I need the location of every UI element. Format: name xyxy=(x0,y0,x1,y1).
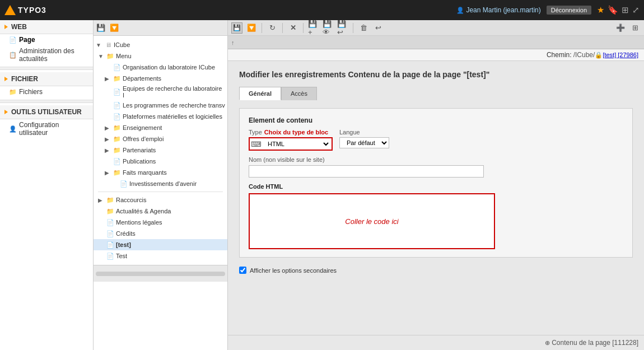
topbar-right: 👤 Jean Martin (jean.martin) Déconnexion … xyxy=(456,5,640,15)
form-card: Element de contenu Type Choix du type de… xyxy=(239,108,633,258)
plateformes-page-icon: 📄 xyxy=(113,112,122,121)
tree-node-investissements-label: Investissements d'avenir xyxy=(129,180,197,187)
tree-node-mentions[interactable]: 📄 Mentions légales xyxy=(94,217,227,228)
sidebar-item-page[interactable]: 📄 Page xyxy=(0,34,93,45)
section-web-label: WEB xyxy=(11,23,27,31)
tree-save-icon[interactable]: 💾 xyxy=(96,23,106,33)
filter-tool-icon[interactable]: 🔽 xyxy=(246,22,257,34)
menu-toggle[interactable]: ▼ xyxy=(98,53,105,59)
tree-node-equipes[interactable]: 📄 Equipes de recherche du laboratoire I xyxy=(94,84,227,100)
sub-toolbar-icon[interactable]: ↑ xyxy=(231,39,235,46)
equipes-page-icon: 📄 xyxy=(113,87,122,96)
tree-toolbar: 💾 🔽 xyxy=(94,20,227,36)
tree-node-test[interactable]: 📄 [test] xyxy=(94,239,227,250)
tree-node-credits[interactable]: 📄 Crédits xyxy=(94,228,227,239)
modules-icon[interactable]: ⊞ xyxy=(622,5,629,15)
type-select[interactable]: HTML xyxy=(263,139,330,149)
tab-general[interactable]: Général xyxy=(239,87,281,100)
raccourcis-folder-icon: 📁 xyxy=(106,195,115,204)
save-close-icon[interactable]: 💾↩ xyxy=(337,22,348,34)
tree-node-actualites-label: Actualités & Agenda xyxy=(116,208,171,214)
logo-area: TYPO3 xyxy=(4,5,46,15)
fullscreen-icon[interactable]: ⤢ xyxy=(632,5,640,15)
web-expand-icon[interactable] xyxy=(4,25,8,29)
tree-node-raccourcis-label: Raccourcis xyxy=(116,197,146,203)
tree-node-publications[interactable]: 📄 Publications xyxy=(94,156,227,167)
form-title: Modifier les enregistrements Contenu de … xyxy=(239,70,633,79)
html-code-box[interactable]: Coller le code ici xyxy=(249,193,495,249)
partenariats-toggle[interactable]: ▶ xyxy=(105,147,111,153)
section-web: WEB xyxy=(0,20,93,34)
nom-field-group: Nom (non visible sur le site) xyxy=(249,156,623,178)
type-lang-row: Type Choix du type de bloc ⌨ HTML Langue xyxy=(249,129,623,151)
reload-icon[interactable]: ↻ xyxy=(267,22,278,34)
save-view-icon[interactable]: 💾👁 xyxy=(323,22,334,34)
tree-node-raccourcis[interactable]: ▶ 📁 Raccourcis xyxy=(94,194,227,206)
tree-node-enseign[interactable]: ▶ 📁 Enseignement xyxy=(94,122,227,133)
faits-toggle[interactable]: ▶ xyxy=(105,170,111,176)
sidebar-item-config-user-label: Configuration utilisateur xyxy=(19,121,88,137)
org-page-icon: 📄 xyxy=(113,63,122,72)
close-icon[interactable]: ✕ xyxy=(287,22,298,34)
test2-page-icon: 📄 xyxy=(106,251,115,260)
tree-node-dept-label: Départements xyxy=(123,75,161,82)
icube-toggle[interactable]: ▼ xyxy=(96,42,102,48)
section-fichier-label: FICHIER xyxy=(11,75,38,83)
tree-node-offres-label: Offres d'emploi xyxy=(123,136,164,142)
credits-toggle xyxy=(98,231,105,237)
grid-icon-top-right[interactable]: ⊞ xyxy=(629,22,641,34)
undo-icon[interactable]: ↩ xyxy=(372,22,384,34)
tree-node-offres[interactable]: ▶ 📁 Offres d'emploi xyxy=(94,133,227,144)
sidebar-item-admin-news[interactable]: 📋 Administration des actualités xyxy=(0,45,93,64)
tree-node-icube[interactable]: ▼ 🖥 ICube xyxy=(94,39,227,50)
offres-toggle[interactable]: ▶ xyxy=(105,136,111,142)
sidebar-item-admin-news-label: Administration des actualités xyxy=(19,47,88,63)
tree-filter-icon[interactable]: 🔽 xyxy=(109,23,119,33)
test2-toggle xyxy=(98,253,105,259)
admin-news-icon: 📋 xyxy=(9,52,17,59)
tab-acces[interactable]: Accès xyxy=(281,87,317,100)
toolbar-separator-4 xyxy=(353,23,353,33)
sidebar-item-fichiers[interactable]: 📁 Fichiers xyxy=(0,86,93,97)
dept-toggle[interactable]: ▶ xyxy=(105,76,111,82)
outils-expand-icon[interactable] xyxy=(4,110,8,114)
bookmark-icon[interactable]: 🔖 xyxy=(608,5,618,15)
raccourcis-toggle[interactable]: ▶ xyxy=(98,197,105,203)
topbar: TYPO3 👤 Jean Martin (jean.martin) Déconn… xyxy=(0,0,644,20)
tree-node-programmes[interactable]: 📄 Les programmes de recherche transv xyxy=(94,100,227,111)
favorites-icon[interactable]: ★ xyxy=(597,5,604,15)
tree-node-org[interactable]: 📄 Organisation du laboratoire ICube xyxy=(94,62,227,73)
secondary-options-checkbox[interactable] xyxy=(239,267,246,274)
typo3-triangle-icon xyxy=(4,5,16,15)
tree-node-partenariats[interactable]: ▶ 📁 Partenariats xyxy=(94,144,227,156)
form-tabs: Général Accès xyxy=(239,87,633,100)
enseign-toggle[interactable]: ▶ xyxy=(105,125,111,131)
fichier-expand-icon[interactable] xyxy=(4,77,8,81)
save-button[interactable]: 💾 xyxy=(231,22,242,34)
nom-input[interactable] xyxy=(249,165,484,178)
tree-node-investissements[interactable]: 📄 Investissements d'avenir xyxy=(94,178,227,189)
breadcrumb-link[interactable]: [test] [27986] xyxy=(603,52,638,58)
tree-node-test2[interactable]: 📄 Test xyxy=(94,250,227,262)
programmes-toggle xyxy=(105,102,111,109)
lang-select[interactable]: Par défaut xyxy=(339,137,389,148)
html-code-section: Code HTML Coller le code ici xyxy=(249,183,623,249)
faits-folder-icon: 📁 xyxy=(113,168,122,177)
sidebar-item-config-user[interactable]: 👤 Configuration utilisateur xyxy=(0,119,93,138)
partenariats-folder-icon: 📁 xyxy=(113,146,122,155)
breadcrumb-icon: 🔒 xyxy=(595,52,603,58)
logout-button[interactable]: Déconnexion xyxy=(547,6,591,15)
delete-icon[interactable]: 🗑 xyxy=(358,22,369,34)
tree-node-plateformes[interactable]: 📄 Plateformes matérielles et logicielles xyxy=(94,111,227,122)
toolbar-separator-3 xyxy=(303,23,304,33)
tree-node-faits[interactable]: ▶ 📁 Faits marquants xyxy=(94,167,227,178)
lang-label: Langue xyxy=(339,129,389,136)
tree-horizontal-scrollbar[interactable] xyxy=(96,272,225,276)
save-new-icon[interactable]: 💾+ xyxy=(308,22,319,34)
add-icon-top-right[interactable]: ➕ xyxy=(615,22,626,34)
tree-node-menu[interactable]: ▼ 📁 Menu xyxy=(94,50,227,62)
tree-node-actualites[interactable]: 📁 Actualités & Agenda xyxy=(94,206,227,217)
mentions-toggle xyxy=(98,220,105,226)
tree-node-dept[interactable]: ▶ 📁 Départements xyxy=(94,73,227,84)
dept-folder-icon: 📁 xyxy=(113,74,122,83)
